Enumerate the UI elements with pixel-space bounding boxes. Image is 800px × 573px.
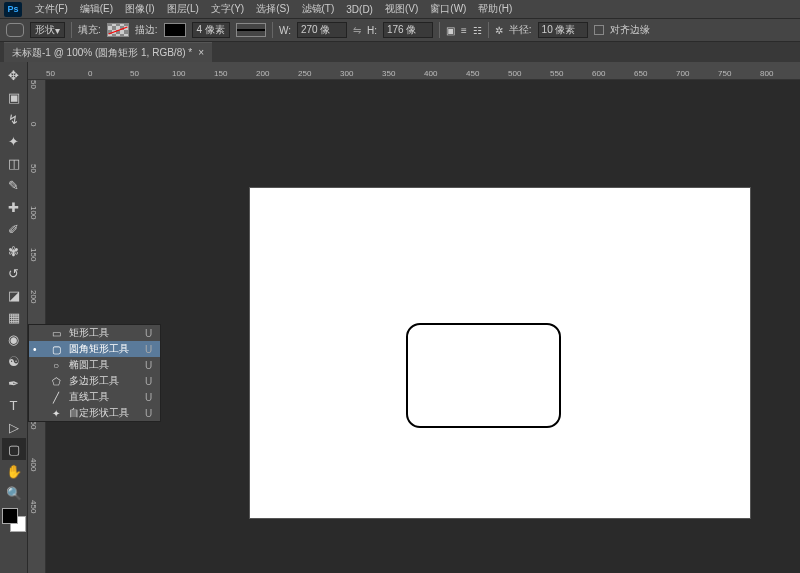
menu-select[interactable]: 选择(S) bbox=[251, 0, 294, 18]
stroke-label: 描边: bbox=[135, 23, 158, 37]
flyout-rectangle[interactable]: ▭ 矩形工具U bbox=[29, 325, 160, 341]
stroke-swatch[interactable] bbox=[164, 23, 186, 37]
line-icon: ╱ bbox=[49, 392, 63, 403]
flyout-line[interactable]: ╱ 直线工具U bbox=[29, 389, 160, 405]
type-tool[interactable]: T bbox=[2, 394, 26, 416]
menu-help[interactable]: 帮助(H) bbox=[473, 0, 517, 18]
pen-tool[interactable]: ✒ bbox=[2, 372, 26, 394]
blur-tool[interactable]: ◉ bbox=[2, 328, 26, 350]
menu-file[interactable]: 文件(F) bbox=[30, 0, 73, 18]
document-title: 未标题-1 @ 100% (圆角矩形 1, RGB/8) * bbox=[12, 46, 192, 60]
polygon-icon: ⬠ bbox=[49, 376, 63, 387]
menu-image[interactable]: 图像(I) bbox=[120, 0, 159, 18]
shape-tool-flyout: ▭ 矩形工具U •▢ 圆角矩形工具U ○ 椭圆工具U ⬠ 多边形工具U ╱ 直线… bbox=[28, 324, 161, 422]
brush-tool[interactable]: ✐ bbox=[2, 218, 26, 240]
eraser-tool[interactable]: ◪ bbox=[2, 284, 26, 306]
document-tab[interactable]: 未标题-1 @ 100% (圆角矩形 1, RGB/8) * × bbox=[4, 42, 212, 63]
zoom-tool[interactable]: 🔍 bbox=[2, 482, 26, 504]
menu-type[interactable]: 文字(Y) bbox=[206, 0, 249, 18]
radius-input[interactable] bbox=[538, 22, 588, 38]
rectangle-icon: ▭ bbox=[49, 328, 63, 339]
shape-mode-select[interactable]: 形状 ▾ bbox=[30, 22, 65, 38]
flyout-ellipse[interactable]: ○ 椭圆工具U bbox=[29, 357, 160, 373]
width-input[interactable] bbox=[297, 22, 347, 38]
radius-label: 半径: bbox=[509, 23, 532, 37]
menu-window[interactable]: 窗口(W) bbox=[425, 0, 471, 18]
marquee-tool[interactable]: ▣ bbox=[2, 86, 26, 108]
ellipse-icon: ○ bbox=[49, 360, 63, 371]
tool-preset-icon[interactable] bbox=[6, 23, 24, 37]
heal-tool[interactable]: ✚ bbox=[2, 196, 26, 218]
menu-3d[interactable]: 3D(D) bbox=[341, 2, 378, 17]
options-bar: 形状 ▾ 填充: 描边: 4 像素 W: ⇋ H: ▣ ≡ ☷ ✲ 半径: 对齐… bbox=[0, 18, 800, 42]
crop-tool[interactable]: ◫ bbox=[2, 152, 26, 174]
dodge-tool[interactable]: ☯ bbox=[2, 350, 26, 372]
history-brush-tool[interactable]: ↺ bbox=[2, 262, 26, 284]
flyout-rounded-rectangle[interactable]: •▢ 圆角矩形工具U bbox=[29, 341, 160, 357]
w-label: W: bbox=[279, 25, 291, 36]
flyout-polygon[interactable]: ⬠ 多边形工具U bbox=[29, 373, 160, 389]
close-tab-icon[interactable]: × bbox=[198, 47, 204, 58]
fill-label: 填充: bbox=[78, 23, 101, 37]
menu-view[interactable]: 视图(V) bbox=[380, 0, 423, 18]
gradient-tool[interactable]: ▦ bbox=[2, 306, 26, 328]
document-tab-bar: 未标题-1 @ 100% (圆角矩形 1, RGB/8) * × bbox=[0, 42, 800, 62]
align-edges-checkbox[interactable] bbox=[594, 25, 604, 35]
custom-shape-icon: ✦ bbox=[49, 408, 63, 419]
ruler-horizontal[interactable]: 5005010015020025030035040045050055060065… bbox=[28, 62, 800, 80]
foreground-color[interactable] bbox=[2, 508, 18, 524]
canvas-area: 5005010015020025030035040045050055060065… bbox=[28, 62, 800, 573]
link-wh-icon[interactable]: ⇋ bbox=[353, 25, 361, 36]
color-picker[interactable] bbox=[2, 508, 26, 532]
eyedropper-tool[interactable]: ✎ bbox=[2, 174, 26, 196]
height-input[interactable] bbox=[383, 22, 433, 38]
flyout-custom-shape[interactable]: ✦ 自定形状工具U bbox=[29, 405, 160, 421]
menu-layer[interactable]: 图层(L) bbox=[162, 0, 204, 18]
wand-tool[interactable]: ✦ bbox=[2, 130, 26, 152]
arrange-icon[interactable]: ☷ bbox=[473, 25, 482, 36]
stroke-style-select[interactable] bbox=[236, 23, 266, 37]
fill-swatch[interactable] bbox=[107, 23, 129, 37]
align-icon[interactable]: ≡ bbox=[461, 25, 467, 36]
tools-panel: ✥ ▣ ↯ ✦ ◫ ✎ ✚ ✐ ✾ ↺ ◪ ▦ ◉ ☯ ✒ T ▷ ▢ ✋ 🔍 bbox=[0, 62, 28, 573]
stroke-width-select[interactable]: 4 像素 bbox=[192, 22, 230, 38]
path-select-tool[interactable]: ▷ bbox=[2, 416, 26, 438]
h-label: H: bbox=[367, 25, 377, 36]
menu-filter[interactable]: 滤镜(T) bbox=[297, 0, 340, 18]
menu-bar: Ps 文件(F) 编辑(E) 图像(I) 图层(L) 文字(Y) 选择(S) 滤… bbox=[0, 0, 800, 18]
hand-tool[interactable]: ✋ bbox=[2, 460, 26, 482]
lasso-tool[interactable]: ↯ bbox=[2, 108, 26, 130]
align-edges-label: 对齐边缘 bbox=[610, 23, 650, 37]
menu-edit[interactable]: 编辑(E) bbox=[75, 0, 118, 18]
rounded-rectangle-shape[interactable] bbox=[406, 323, 561, 428]
move-tool[interactable]: ✥ bbox=[2, 64, 26, 86]
rounded-rectangle-icon: ▢ bbox=[49, 344, 63, 355]
path-ops-icon[interactable]: ▣ bbox=[446, 25, 455, 36]
shape-tool[interactable]: ▢ bbox=[2, 438, 26, 460]
canvas[interactable] bbox=[250, 188, 750, 518]
gear-icon[interactable]: ✲ bbox=[495, 25, 503, 36]
stamp-tool[interactable]: ✾ bbox=[2, 240, 26, 262]
ps-logo: Ps bbox=[4, 2, 22, 17]
